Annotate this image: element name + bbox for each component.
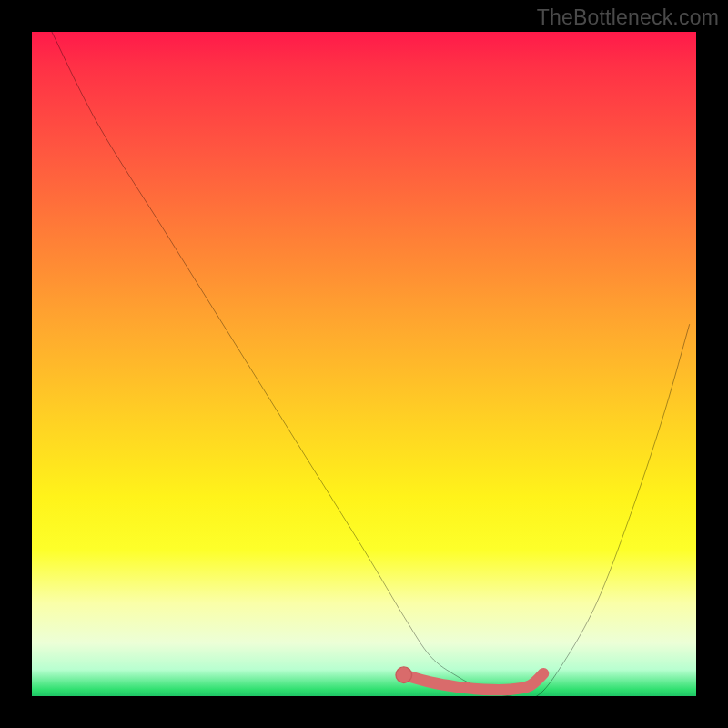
plot-area (32, 32, 696, 696)
bottleneck-curve-line (52, 32, 690, 696)
optimal-range-line (404, 673, 543, 690)
optimal-range-marker (396, 667, 543, 690)
curve-layer (32, 32, 696, 696)
chart-frame: TheBottleneck.com (0, 0, 728, 728)
watermark-text: TheBottleneck.com (537, 5, 719, 30)
optimal-start-dot (396, 667, 412, 683)
